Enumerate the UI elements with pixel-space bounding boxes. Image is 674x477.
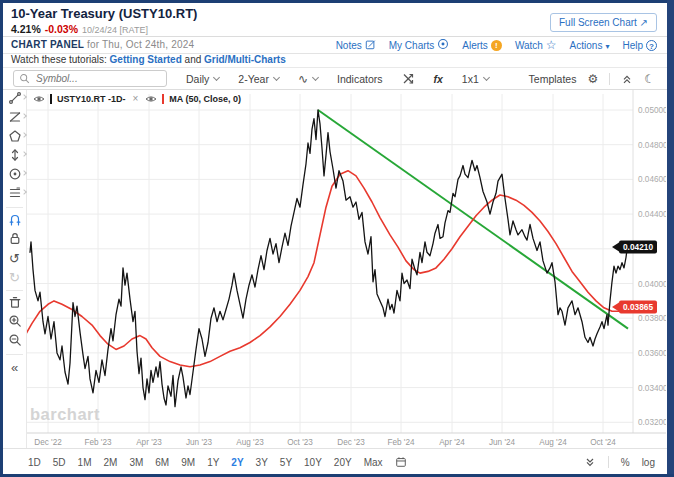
- x-axis-label: Dec '22: [34, 438, 62, 447]
- expand-arrow-icon: ↗: [640, 17, 648, 28]
- drawing-tools-rail: ↺↻«: [3, 90, 27, 448]
- magnet-tool[interactable]: [3, 211, 26, 230]
- y-axis-label: 0.04000: [638, 280, 666, 289]
- alert-badge-icon: !: [491, 39, 502, 51]
- range-button-2y[interactable]: 2Y: [231, 457, 243, 468]
- dark-mode-moon-icon[interactable]: ☾: [644, 72, 655, 86]
- panel-link-notes[interactable]: Notes: [336, 39, 376, 52]
- range-button-6m[interactable]: 6M: [155, 457, 169, 468]
- range-button-2m[interactable]: 2M: [104, 457, 118, 468]
- eye-visibility-icon[interactable]: [33, 94, 45, 104]
- window-border-top: [0, 0, 674, 3]
- toolbar-divider: [609, 73, 610, 85]
- templates-button[interactable]: Templates: [529, 73, 577, 85]
- line-type-icon: ∿: [298, 72, 308, 86]
- shapes-tool[interactable]: [3, 128, 26, 147]
- range-button-1y[interactable]: 1Y: [207, 457, 219, 468]
- arrows-tool[interactable]: [3, 147, 26, 166]
- indicators-label: Indicators: [337, 73, 383, 85]
- compare-icon[interactable]: [402, 72, 415, 85]
- full-screen-chart-button[interactable]: Full Screen Chart ↗: [550, 13, 657, 32]
- close-icon[interactable]: ×: [133, 93, 139, 104]
- range-button-10y[interactable]: 10Y: [304, 457, 322, 468]
- panel-link-alerts[interactable]: Alerts!: [462, 39, 502, 51]
- undo-button[interactable]: ↺: [3, 249, 26, 268]
- range-button-max[interactable]: Max: [364, 457, 383, 468]
- chart-panel-label: CHART PANEL: [11, 39, 84, 50]
- calendar-icon[interactable]: [395, 455, 407, 469]
- eye-visibility-icon[interactable]: [145, 94, 157, 104]
- series2-color-bar: [162, 94, 164, 104]
- lines-tool[interactable]: [3, 185, 26, 204]
- window-border-left: [0, 0, 3, 477]
- trendline-icon: [8, 91, 22, 109]
- annotation-icon: [8, 167, 22, 185]
- indicators-button[interactable]: Indicators: [337, 73, 383, 85]
- range-button-3m[interactable]: 3M: [129, 457, 143, 468]
- range-button-5y[interactable]: 5Y: [280, 457, 292, 468]
- x-axis-label: Oct '24: [590, 438, 616, 447]
- collapse-icon: «: [11, 361, 18, 374]
- zoom-out-tool[interactable]: [3, 332, 26, 351]
- percent-scale-button[interactable]: %: [621, 457, 630, 468]
- panel-link-watch[interactable]: Watch☆: [515, 40, 557, 51]
- quote-line: 4.21%-0.03%10/24/24 [RATE]: [11, 23, 148, 35]
- parallels-icon: [8, 186, 22, 204]
- rail-divider: [6, 290, 23, 291]
- panel-links: NotesMy ChartsAlerts!Watch☆Actions▾Help?: [336, 38, 657, 52]
- log-scale-button[interactable]: log: [642, 457, 655, 468]
- zoomout-icon: [8, 333, 22, 351]
- x-axis-label: Apr '23: [136, 438, 162, 447]
- chart-legend: USTY10.RT -1D- × MA (50, Close, 0): [33, 93, 241, 104]
- x-axis-label: Jun '23: [186, 438, 213, 447]
- rail-divider: [6, 207, 23, 208]
- chart-plot-area[interactable]: 0.050000.048000.046000.044000.040000.038…: [27, 90, 666, 448]
- range-button-20y[interactable]: 20Y: [334, 457, 352, 468]
- last-price-tag: 0.04210: [612, 241, 657, 254]
- rail-divider: [6, 354, 23, 355]
- trendline-tool[interactable]: [3, 90, 26, 109]
- grid-layout-label: 1x1: [462, 73, 479, 85]
- trash-icon: [8, 295, 22, 313]
- collapse-panel-icon[interactable]: [584, 456, 596, 468]
- lock-tool[interactable]: [3, 230, 26, 249]
- range-button-5d[interactable]: 5D: [53, 457, 66, 468]
- annotation-tool[interactable]: [3, 166, 26, 185]
- x-axis-label: Jun '24: [489, 438, 516, 447]
- period-dropdown[interactable]: Daily: [186, 73, 219, 85]
- panel-link-label: Watch: [515, 40, 543, 51]
- range-button-3y[interactable]: 3Y: [256, 457, 268, 468]
- fx-functions-button[interactable]: fx: [434, 73, 443, 85]
- panel-link-actions[interactable]: Actions▾: [570, 40, 610, 51]
- period-label: Daily: [186, 73, 209, 85]
- star-icon: ☆: [546, 40, 557, 51]
- tutorials-bar: Watch these tutorials: Getting Started a…: [3, 54, 667, 68]
- collapse-rail[interactable]: «: [3, 358, 26, 377]
- gear-icon[interactable]: ⚙: [587, 72, 598, 86]
- collapse-toolbar-icon[interactable]: [621, 73, 633, 85]
- chevron-down-icon: [213, 74, 220, 81]
- range-button-1d[interactable]: 1D: [28, 457, 41, 468]
- tutorial-link-getting-started[interactable]: Getting Started: [110, 54, 182, 65]
- x-axis-label: Oct '23: [287, 438, 313, 447]
- chart-panel-bar: CHART PANEL for Thu, Oct 24th, 2024 Note…: [3, 37, 667, 54]
- full-screen-chart-label: Full Screen Chart: [559, 17, 637, 28]
- range-button-1m[interactable]: 1M: [78, 457, 92, 468]
- price-line-series: [30, 110, 632, 407]
- window-scrollbar[interactable]: [667, 0, 674, 477]
- fib-icon: [8, 110, 22, 128]
- magnet-icon: [8, 212, 22, 230]
- range-button-9m[interactable]: 9M: [181, 457, 195, 468]
- symbol-search-box: [13, 70, 167, 87]
- panel-link-my-charts[interactable]: My Charts: [389, 38, 450, 52]
- delete-tool[interactable]: [3, 294, 26, 313]
- grid-layout-dropdown[interactable]: 1x1: [462, 73, 489, 85]
- range-dropdown[interactable]: 2-Year: [238, 73, 279, 85]
- fibonacci-tool[interactable]: [3, 109, 26, 128]
- panel-link-label: Alerts: [462, 40, 488, 51]
- tutorial-link-grid-multi-charts[interactable]: Grid/Multi-Charts: [204, 54, 286, 65]
- zoom-in-tool[interactable]: [3, 313, 26, 332]
- chart-type-dropdown[interactable]: ∿: [298, 72, 318, 86]
- panel-link-help[interactable]: Help?: [622, 40, 657, 51]
- symbol-search-input[interactable]: [34, 72, 148, 85]
